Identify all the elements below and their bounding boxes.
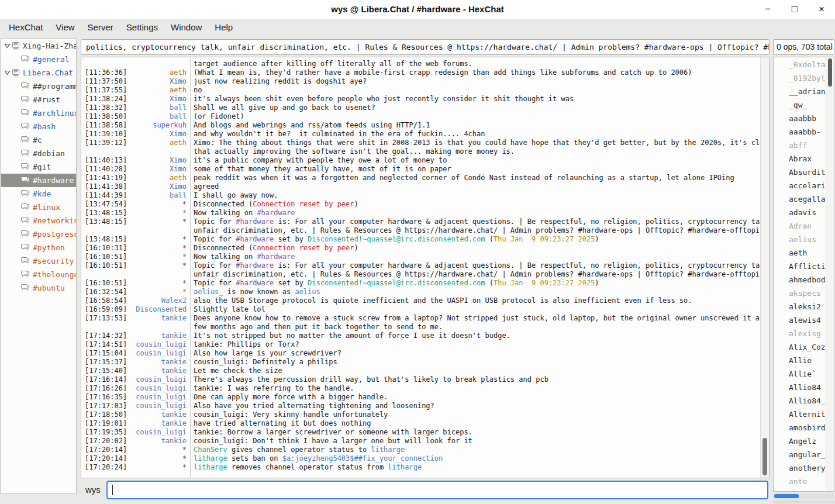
sidebar-item-XingHaiZhan[interactable]: Xing-Hai-Zhan xyxy=(1,39,76,53)
user-item[interactable]: aelius xyxy=(774,233,834,246)
menu-window[interactable]: Window xyxy=(164,19,208,36)
channel-label: #debian xyxy=(33,149,76,158)
chat-scrollbar[interactable] xyxy=(760,57,769,478)
menu-hexchat[interactable]: HexChat xyxy=(2,19,49,36)
timestamp: [17:15:40] xyxy=(81,367,127,375)
topic-input[interactable]: politics, cryptocurrency talk, unfair di… xyxy=(81,39,770,55)
user-item[interactable]: Alternity xyxy=(774,408,834,421)
sidebar-item-networking[interactable]: #networking xyxy=(1,214,76,227)
sidebar-item-programming[interactable]: ##programming xyxy=(1,80,76,93)
user-item[interactable]: aaabbb- xyxy=(774,125,834,139)
sidebar-item-LiberaChat[interactable]: Libera.Chat xyxy=(1,66,76,80)
nick: * xyxy=(127,235,187,244)
user-item[interactable]: _qw_ xyxy=(774,98,834,112)
timestamp: [11:41:38] xyxy=(81,182,127,191)
channel-label: #postgresql xyxy=(33,230,76,239)
user-item[interactable]: alewis4 xyxy=(774,313,834,327)
user-item[interactable]: aeth xyxy=(774,246,834,260)
user-item[interactable]: anotheryo xyxy=(774,461,834,475)
channel-label: #git xyxy=(33,163,76,171)
sidebar-item-ubuntu[interactable]: #ubuntu xyxy=(1,281,76,295)
message-text: some of that money they actually have, m… xyxy=(187,165,760,174)
nick: * xyxy=(127,261,187,270)
maximize-button[interactable]: □ xyxy=(781,0,808,19)
expander-icon[interactable] xyxy=(3,70,12,75)
userlist-hscrollbar[interactable] xyxy=(773,493,834,499)
channel-label: ##programming xyxy=(33,82,76,91)
sidebar-item-thelounge[interactable]: #thelounge xyxy=(1,268,76,281)
timestamp: [11:37:55] xyxy=(81,86,127,95)
chat-line: [17:14:51]cousin_luigitankie: Phillips o… xyxy=(81,340,760,349)
chat-line: [17:19:35]cousin_luigitankie: Borrow a l… xyxy=(81,428,760,437)
close-button[interactable]: × xyxy=(808,0,835,19)
sidebar-item-hardware[interactable]: #hardware xyxy=(1,174,76,187)
user-item[interactable]: abff xyxy=(774,139,834,152)
sidebar-item-python[interactable]: #python xyxy=(1,241,76,254)
user-item[interactable]: Affliction xyxy=(774,260,834,273)
sidebar-item-security[interactable]: #security xyxy=(1,254,76,268)
sidebar-item-debian[interactable]: #debian xyxy=(1,147,76,160)
user-item[interactable]: ante xyxy=(774,475,834,488)
sidebar-item-postgresql[interactable]: #postgresql xyxy=(1,227,76,241)
user-item[interactable]: __adrian xyxy=(774,85,834,98)
chat-line: [17:16:14]cousin_luigiThere's always the… xyxy=(81,375,760,384)
menu-server[interactable]: Server xyxy=(81,19,120,36)
channel-label: #ubuntu xyxy=(33,284,76,292)
user-item[interactable]: adavis xyxy=(774,206,834,219)
user-item[interactable]: Angelz xyxy=(774,434,834,448)
menu-view[interactable]: View xyxy=(49,19,81,36)
userlist-hscrollbar-track xyxy=(773,500,834,503)
sidebar-item-bash[interactable]: #bash xyxy=(1,120,76,133)
timestamp: [16:10:31] xyxy=(81,244,127,253)
minimize-button[interactable]: − xyxy=(754,0,781,19)
user-item[interactable]: aaabbb xyxy=(774,112,834,125)
userlist-scrollbar-thumb[interactable] xyxy=(828,58,832,87)
message-input[interactable] xyxy=(106,481,768,499)
user-item[interactable]: Allie xyxy=(774,354,834,367)
user-item[interactable]: Allie` xyxy=(774,367,834,381)
user-item[interactable]: Abrax xyxy=(774,152,834,165)
user-item[interactable]: _0xdelta xyxy=(774,58,834,71)
sidebar-item-general[interactable]: #general xyxy=(1,53,76,66)
user-item[interactable]: accelario xyxy=(774,179,834,192)
nick: Ximo xyxy=(127,182,187,191)
user-item[interactable]: Allio84_ xyxy=(774,394,834,408)
user-item[interactable]: alexisg xyxy=(774,327,834,340)
menu-help[interactable]: Help xyxy=(208,19,239,36)
channel-icon xyxy=(20,136,30,144)
chat-line: [16:32:54]*aelius_ is now known as aeliu… xyxy=(81,288,760,296)
chat-scrollbar-thumb[interactable] xyxy=(762,438,767,475)
message-text: tankie: Borrow a larger screwdriver or s… xyxy=(187,428,760,437)
user-item[interactable]: angular_m xyxy=(774,448,834,461)
user-item[interactable]: acegalla- xyxy=(774,192,834,206)
sidebar-item-linux[interactable]: #linux xyxy=(1,201,76,214)
chat-line: [11:38:58]superkuhAnd blogs and webrings… xyxy=(81,121,760,130)
timestamp: [11:44:39] xyxy=(81,191,127,200)
userlist-scrollbar[interactable] xyxy=(826,57,834,491)
user-item[interactable]: Allio84 xyxy=(774,381,834,394)
user-item[interactable]: Absurdity xyxy=(774,165,834,179)
user-item[interactable]: Adran xyxy=(774,219,834,233)
expander-icon[interactable] xyxy=(3,43,12,49)
sidebar-item-rust[interactable]: ##rust xyxy=(1,93,76,106)
nick xyxy=(127,270,187,279)
user-item[interactable]: ahmedbodi xyxy=(774,273,834,286)
timestamp xyxy=(81,323,127,332)
timestamp: [17:16:35] xyxy=(81,393,127,402)
sidebar-item-git[interactable]: #git xyxy=(1,160,76,174)
timestamp: [17:17:03] xyxy=(81,402,127,410)
userlist-hscrollbar-thumb[interactable] xyxy=(774,494,799,498)
timestamp: [16:59:09] xyxy=(81,305,127,314)
sidebar-item-c[interactable]: #c xyxy=(1,133,76,147)
user-item[interactable]: akspecs xyxy=(774,286,834,300)
user-item[interactable]: Alix_Cozm xyxy=(774,340,834,354)
user-item[interactable]: aleksi2 xyxy=(774,300,834,313)
channel-icon xyxy=(20,190,30,198)
channel-icon xyxy=(20,284,30,292)
menu-settings[interactable]: Settings xyxy=(120,19,164,36)
timestamp: [17:20:14] xyxy=(81,454,127,463)
user-item[interactable]: _8192byte xyxy=(774,71,834,85)
sidebar-item-archlinux[interactable]: #archlinux xyxy=(1,106,76,120)
user-item[interactable]: amosbird xyxy=(774,421,834,434)
sidebar-item-kde[interactable]: #kde xyxy=(1,187,76,201)
